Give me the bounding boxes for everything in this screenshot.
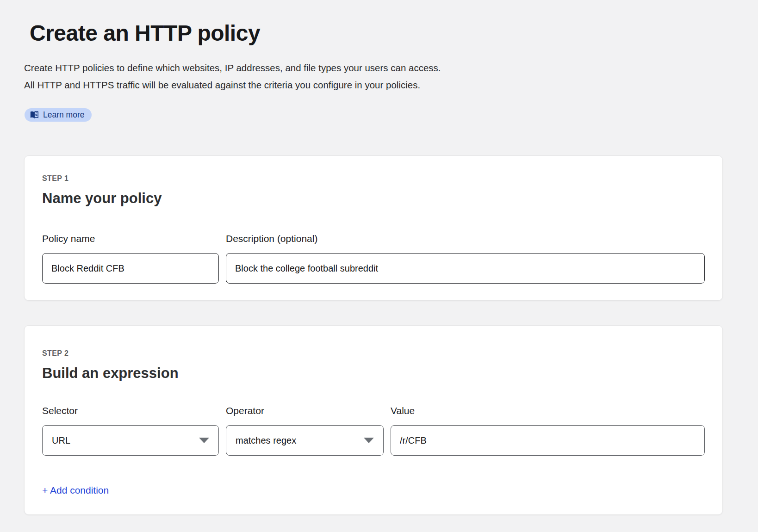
policy-name-input[interactable] xyxy=(42,253,219,284)
page-description: Create HTTP policies to define which web… xyxy=(24,59,723,93)
step1-card: STEP 1 Name your policy Policy name Desc… xyxy=(24,155,723,301)
step2-fields-row: Selector URL Operator matches regex Valu… xyxy=(42,405,705,456)
operator-field: Operator matches regex xyxy=(226,405,384,456)
value-input[interactable] xyxy=(391,425,705,456)
operator-dropdown[interactable]: matches regex xyxy=(226,425,384,456)
policy-name-field: Policy name xyxy=(42,233,219,284)
learn-more-button[interactable]: Learn more xyxy=(25,108,92,122)
selector-value: URL xyxy=(52,435,70,446)
page-description-line1: Create HTTP policies to define which web… xyxy=(24,59,723,76)
selector-label: Selector xyxy=(42,405,219,417)
policy-description-field: Description (optional) xyxy=(226,233,705,284)
step1-heading: Name your policy xyxy=(42,190,705,207)
step1-fields-row: Policy name Description (optional) xyxy=(42,233,705,284)
page-header: Create an HTTP policy Create HTTP polici… xyxy=(24,0,723,122)
book-icon xyxy=(30,111,39,119)
learn-more-label: Learn more xyxy=(43,111,85,119)
step2-heading: Build an expression xyxy=(42,365,705,382)
page-title: Create an HTTP policy xyxy=(30,0,723,46)
value-field: Value xyxy=(391,405,705,456)
selector-field: Selector URL xyxy=(42,405,219,456)
value-label: Value xyxy=(391,405,705,417)
step1-label: STEP 1 xyxy=(42,174,705,183)
policy-name-label: Policy name xyxy=(42,233,219,245)
step2-card: STEP 2 Build an expression Selector URL … xyxy=(24,325,723,515)
step2-label: STEP 2 xyxy=(42,349,705,358)
policy-description-input[interactable] xyxy=(226,253,705,284)
caret-down-icon xyxy=(364,438,374,443)
page-description-line2: All HTTP and HTTPS traffic will be evalu… xyxy=(24,76,723,93)
http-policy-page: Create an HTTP policy Create HTTP polici… xyxy=(0,0,758,532)
operator-value: matches regex xyxy=(236,435,296,446)
caret-down-icon xyxy=(199,438,209,443)
policy-description-label: Description (optional) xyxy=(226,233,705,245)
add-condition-link[interactable]: + Add condition xyxy=(42,485,109,496)
selector-dropdown[interactable]: URL xyxy=(42,425,219,456)
operator-label: Operator xyxy=(226,405,384,417)
